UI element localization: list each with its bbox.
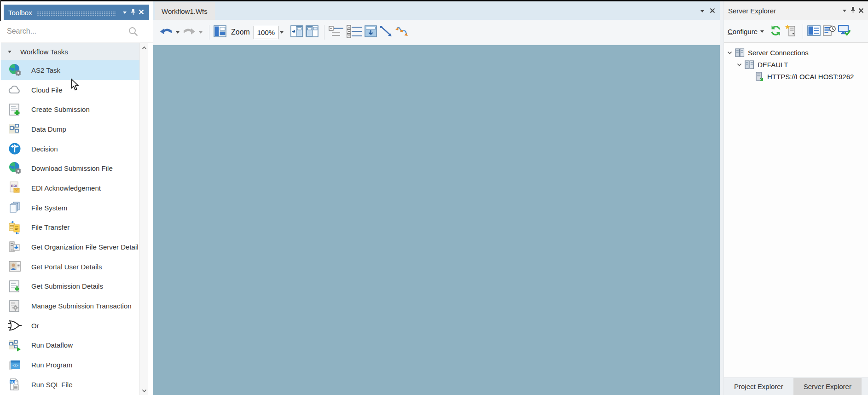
chevron-down-icon[interactable] <box>726 50 734 56</box>
undo-button[interactable] <box>159 24 173 40</box>
test-connection-button[interactable] <box>837 23 851 39</box>
scroll-down-button[interactable] <box>140 386 148 395</box>
toolbox-item-edi-acknowledgement[interactable]: EDIEDI Acknowledgement <box>1 178 140 198</box>
caret-down-icon <box>176 31 179 34</box>
toolbox-item-run-program[interactable]: </>Run Program <box>1 355 140 375</box>
toolbox-item-create-submission[interactable]: Create Submission <box>1 99 140 119</box>
document-tabbar: Workflow1.Wfs <box>153 1 720 20</box>
panel-splitter[interactable] <box>720 1 723 395</box>
configure-button[interactable]: Configure <box>728 28 764 35</box>
chevron-down-icon <box>142 386 147 395</box>
toolbox-item-or[interactable]: Or <box>1 316 140 336</box>
refresh-icon <box>770 25 782 38</box>
editor-area: Workflow1.Wfs Zoom <box>153 1 720 395</box>
toolbar-separator <box>324 25 324 40</box>
curved-connector-icon <box>394 25 409 40</box>
redo-icon <box>182 27 196 38</box>
toolbox-item-label: Run Program <box>31 361 72 369</box>
fit-canvas-button[interactable] <box>364 24 378 40</box>
toolbox-item-label: Or <box>31 322 39 330</box>
close-icon <box>858 7 864 15</box>
overview-panel-button[interactable] <box>213 24 227 40</box>
editor-toolbar: Zoom <box>153 20 720 45</box>
expand-outline-button[interactable] <box>346 24 363 40</box>
zoom-input[interactable] <box>254 26 278 39</box>
server-explorer-title: Server Explorer <box>728 7 840 15</box>
toolbox-item-label: Manage Submission Transaction <box>31 302 132 310</box>
server-explorer-toolbar: Configure <box>724 20 868 43</box>
new-server-button[interactable] <box>784 23 798 39</box>
toolbox-item-file-system[interactable]: File System <box>1 198 140 218</box>
search-icon <box>128 26 139 39</box>
workflow-tasks-section-header[interactable]: Workflow Tasks <box>1 43 140 60</box>
document-plus-icon <box>5 102 25 117</box>
zoom-dropdown-button[interactable] <box>278 24 285 40</box>
close-icon <box>710 7 715 15</box>
toolbox-item-decision[interactable]: Decision <box>1 139 140 159</box>
server-explorer-menu-button[interactable] <box>840 6 849 16</box>
tree-item-https-localhost-9262[interactable]: HTTPS://LOCALHOST:9262 <box>724 70 868 82</box>
toolbox-item-cloud-file[interactable]: Cloud File <box>1 80 140 100</box>
scroll-up-button[interactable] <box>140 43 148 52</box>
toolbox-item-get-submission-details[interactable]: Get Submission Details <box>1 277 140 296</box>
expand-panel-right-button[interactable] <box>305 24 319 40</box>
toolbox-item-get-portal-user-details[interactable]: Get Portal User Details <box>1 257 140 277</box>
chevron-down-icon[interactable] <box>735 62 743 68</box>
window-overview-icon <box>214 25 226 39</box>
toolbox-item-get-organization-file-server-detail[interactable]: Get Organization File Server Detail <box>1 237 140 257</box>
toolbox-pin-button[interactable] <box>129 8 137 17</box>
toolbox-item-download-submission-file[interactable]: Download Submission File <box>1 158 140 178</box>
server-connections-tree: Server ConnectionsDEFAULTHTTPS://LOCALHO… <box>724 43 868 82</box>
toolbox-item-file-transfer[interactable]: File Transfer <box>1 218 140 238</box>
toolbar-separator <box>803 24 803 39</box>
servers-icon <box>734 47 746 58</box>
toolbox-title: Toolbox <box>8 9 32 17</box>
globe-gear-icon <box>5 161 25 176</box>
collapse-outline-button[interactable] <box>328 24 345 40</box>
server-explorer-close-button[interactable] <box>857 6 865 16</box>
tab-project-explorer[interactable]: Project Explorer <box>724 378 793 395</box>
toolbox-header-texture <box>37 11 116 16</box>
tab-label: Workflow1.Wfs <box>162 7 208 15</box>
svg-text:SQL: SQL <box>10 380 16 384</box>
toolbox-close-button[interactable] <box>137 8 145 17</box>
toolbox-task-list: AS2 TaskCloud FileCreate SubmissionData … <box>1 60 140 395</box>
details-view-button[interactable] <box>807 23 821 39</box>
redo-button[interactable] <box>182 24 196 40</box>
undo-dropdown-button[interactable] <box>174 24 181 40</box>
window-edge <box>0 0 1 21</box>
workflow-canvas[interactable] <box>153 45 720 395</box>
server-explorer-pin-button[interactable] <box>849 6 857 16</box>
sql-document-icon: SQL <box>5 377 25 392</box>
fit-canvas-icon <box>365 25 377 39</box>
straight-connector-button[interactable] <box>379 24 393 40</box>
toolbox-item-manage-submission-transaction[interactable]: Manage Submission Transaction <box>1 296 140 316</box>
refresh-button[interactable] <box>769 23 782 39</box>
details-view-icon <box>807 25 821 38</box>
tree-item-default[interactable]: DEFAULT <box>724 58 868 70</box>
tree-item-server-connections[interactable]: Server Connections <box>724 46 868 58</box>
tab-close-button[interactable] <box>709 7 716 15</box>
toolbox-item-data-dump[interactable]: Data Dump <box>1 119 140 139</box>
curved-connector-button[interactable] <box>394 24 409 40</box>
server-clock-icon <box>822 24 836 39</box>
servers-icon <box>743 59 755 70</box>
redo-dropdown-button[interactable] <box>197 24 204 40</box>
tab-server-explorer[interactable]: Server Explorer <box>793 378 862 395</box>
toolbox-scrollbar[interactable] <box>139 43 148 395</box>
toolbox-item-run-dataflow[interactable]: Run Dataflow <box>1 336 140 355</box>
toolbox-item-label: Get Organization File Server Detail <box>31 243 139 251</box>
toolbox-item-label: File System <box>31 204 67 212</box>
toolbox-item-as2-task[interactable]: AS2 Task <box>1 60 140 80</box>
toolbox-header: Toolbox <box>4 5 149 20</box>
server-jobs-button[interactable] <box>822 23 836 39</box>
tab-workflow1[interactable]: Workflow1.Wfs <box>155 2 215 20</box>
caret-down-icon <box>199 31 203 34</box>
toolbox-item-label: Download Submission File <box>31 164 113 172</box>
expand-panel-left-button[interactable] <box>290 24 304 40</box>
toolbox-item-run-sql-file[interactable]: SQLRun SQL File <box>1 375 140 395</box>
svg-text:EDI: EDI <box>11 184 17 188</box>
tab-list-button[interactable] <box>699 7 706 15</box>
toolbox-menu-button[interactable] <box>121 8 129 17</box>
search-input[interactable] <box>1 27 118 36</box>
